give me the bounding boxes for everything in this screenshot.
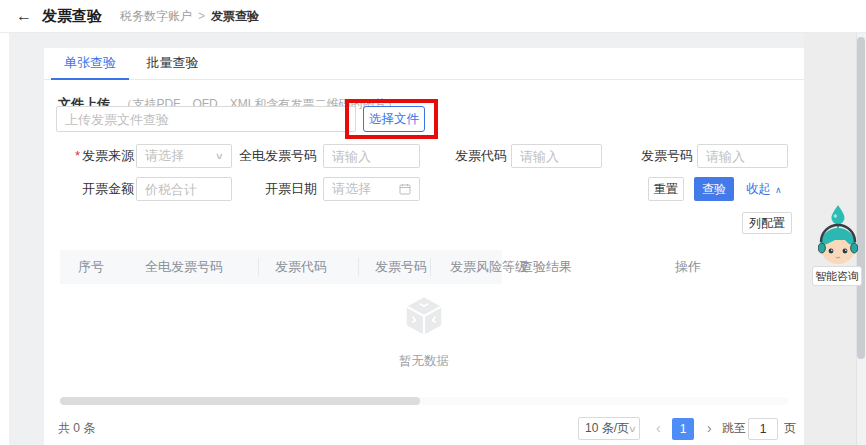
column-divider	[358, 258, 359, 276]
invoice-source-label-text: 发票来源	[82, 148, 134, 163]
invoice-date-placeholder: 请选择	[332, 180, 371, 198]
einvoice-number-input[interactable]	[323, 144, 420, 168]
top-header-bar: ← 发票查验 税务数字账户 > 发票查验	[0, 0, 866, 33]
tab-single-verify[interactable]: 单张查验	[51, 48, 129, 80]
current-page-button[interactable]: 1	[672, 418, 694, 440]
reset-button[interactable]: 重置	[648, 177, 684, 201]
horizontal-scrollbar-track[interactable]	[60, 397, 788, 405]
chevron-down-icon: ∨	[628, 424, 637, 434]
col-header-invoice-number: 发票号码	[375, 250, 427, 284]
tab-bar: 单张查验 批量查验	[44, 48, 804, 80]
choose-file-button[interactable]: 选择文件	[363, 106, 425, 132]
empty-state: 暂无数据	[60, 293, 788, 370]
assistant-label[interactable]: 智能咨询	[812, 266, 862, 286]
invoice-verify-page: ← 发票查验 税务数字账户 > 发票查验 单张查验 批量查验 文件上传 （支持P…	[0, 0, 866, 445]
invoice-number-label: 发票号码	[611, 144, 693, 168]
chevron-down-icon: ∨	[215, 151, 224, 161]
col-header-risk-level: 发票风险等级	[450, 250, 528, 284]
left-edge-strip	[0, 33, 9, 445]
empty-state-text: 暂无数据	[60, 353, 788, 370]
invoice-source-label: *发票来源	[52, 144, 134, 168]
tab-batch-verify[interactable]: 批量查验	[133, 48, 211, 78]
col-header-actions: 操作	[675, 250, 701, 284]
col-header-invoice-code: 发票代码	[275, 250, 327, 284]
page-size-select[interactable]: 10 条/页 ∨	[578, 417, 640, 440]
prev-page-icon[interactable]: ‹	[656, 414, 661, 442]
assistant-widget[interactable]: 智能咨询	[815, 204, 861, 269]
verify-card: 单张查验 批量查验 文件上传 （支持PDF、OFD、XML和含有发票二维码的图片…	[44, 48, 804, 445]
breadcrumb-parent[interactable]: 税务数字账户	[120, 8, 192, 25]
table-header-row: 序号 全电发票号码 发票代码 发票号码 发票风险等级 查验结果 操作	[60, 250, 788, 284]
invoice-source-select[interactable]: 请选择 ∨	[136, 144, 232, 168]
page-title: 发票查验	[42, 7, 102, 26]
einvoice-number-label: 全电发票号码	[235, 144, 317, 168]
invoice-number-input[interactable]	[697, 144, 788, 168]
invoice-date-label: 开票日期	[235, 177, 317, 201]
invoice-amount-input[interactable]	[136, 177, 232, 201]
column-divider	[430, 258, 431, 276]
invoice-code-input[interactable]	[511, 144, 602, 168]
vertical-scrollbar-thumb[interactable]	[857, 37, 865, 359]
invoice-date-picker[interactable]: 请选择	[323, 177, 420, 201]
page-size-value: 10 条/页	[585, 420, 629, 437]
column-divider	[258, 258, 259, 276]
invoice-amount-label: 开票金额	[52, 177, 134, 201]
col-header-index: 序号	[78, 250, 104, 284]
jump-page-input[interactable]	[748, 418, 778, 440]
jump-to-label: 跳至	[722, 414, 746, 442]
back-arrow-icon[interactable]: ←	[16, 8, 32, 24]
verify-button[interactable]: 查验	[694, 177, 734, 201]
col-header-verify-result: 查验结果	[520, 250, 572, 284]
horizontal-scrollbar-thumb[interactable]	[60, 397, 420, 405]
jump-unit-label: 页	[784, 414, 796, 442]
invoice-source-placeholder: 请选择	[145, 147, 184, 165]
next-page-icon[interactable]: ›	[707, 414, 712, 442]
total-count-text: 共 0 条	[58, 414, 95, 442]
chevron-up-icon: ∧	[775, 185, 782, 195]
upload-file-input[interactable]	[56, 106, 356, 132]
assistant-mascot-icon[interactable]	[818, 204, 858, 269]
collapse-link-text: 收起	[746, 182, 771, 196]
breadcrumb-current: 发票查验	[211, 8, 259, 25]
col-header-einvoice-number: 全电发票号码	[145, 250, 223, 284]
column-config-button[interactable]: 列配置	[742, 212, 792, 234]
collapse-link[interactable]: 收起∧	[746, 177, 782, 202]
breadcrumb-separator-icon: >	[198, 9, 205, 23]
calendar-icon	[399, 183, 411, 195]
required-mark: *	[75, 148, 80, 163]
invoice-code-label: 发票代码	[425, 144, 507, 168]
empty-box-icon	[401, 293, 447, 343]
